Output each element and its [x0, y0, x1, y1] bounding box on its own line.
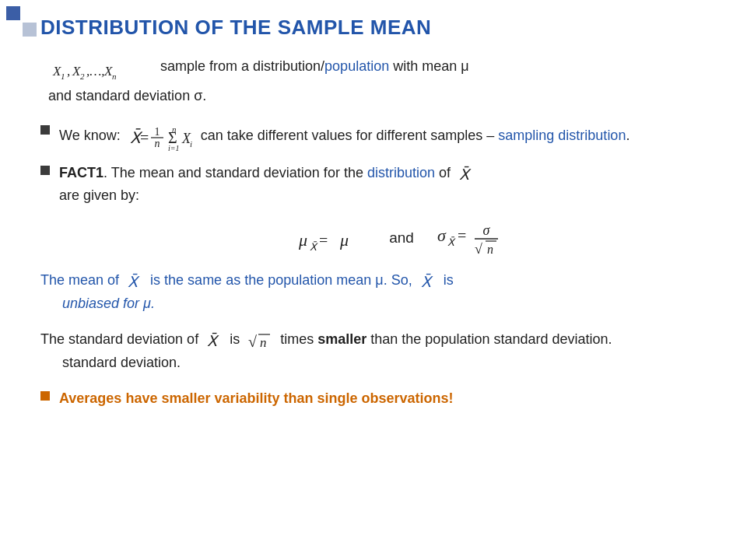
page-title: DISTRIBUTION OF THE SAMPLE MEAN: [40, 16, 724, 40]
std-note-text4: than the population standard deviation.: [370, 331, 612, 347]
fact1-text1: . The mean and standard deviation for th…: [103, 165, 363, 180]
fact1-distribution: distribution: [367, 165, 435, 180]
svg-text:=: =: [319, 232, 328, 249]
intro-and-std: and standard deviation σ.: [48, 88, 206, 103]
svg-text:X̄: X̄: [128, 273, 140, 290]
intro-line2: and standard deviation σ.: [48, 85, 724, 107]
sampling-dist-text: sampling distribution: [498, 128, 626, 143]
sqrt-n-inline: √ n: [247, 328, 273, 352]
svg-text:n: n: [112, 72, 117, 81]
bullet1-after-text: can take different values for different …: [201, 128, 630, 143]
std-formula: σ X̄ = σ √ n: [436, 218, 514, 258]
we-know-label: We know:: [59, 128, 121, 143]
x-sequence-formula: X 1 , X 2 ,…, X n: [51, 58, 153, 82]
svg-text:X̄: X̄: [459, 166, 472, 183]
bullet-icon-3: [40, 391, 50, 401]
deco-sq-4: [23, 23, 37, 37]
svg-text:X̄: X̄: [310, 241, 318, 253]
x-bar-mean-note: X̄: [126, 270, 143, 293]
svg-text:√: √: [248, 333, 257, 350]
std-note-continued: standard deviation.: [62, 355, 181, 370]
mean-note-text1: The mean of: [40, 272, 119, 288]
mean-formula: μ X̄ = μ: [297, 222, 367, 254]
x-bar-std-note: X̄: [205, 328, 223, 352]
unbiased-text: unbiased for μ.: [62, 296, 155, 311]
intro-line1: X 1 , X 2 ,…, X n sample from a distribu…: [48, 58, 724, 82]
fact1-formula-row: μ X̄ = μ and σ X̄ = σ: [87, 218, 724, 258]
last-bullet-text: Averages have smaller variability than s…: [59, 390, 454, 406]
std-note-text1: The standard deviation of: [40, 331, 198, 347]
x-bar-mean-note2: X̄: [419, 270, 437, 293]
svg-text:,: ,: [67, 64, 70, 79]
svg-text:2: 2: [80, 72, 85, 81]
std-note-text3: times: [280, 331, 314, 347]
intro-text1-span: sample from a distribution/: [160, 58, 324, 74]
bullet-we-know: We know: X̄ = 1 n Σ i=1 n X: [40, 121, 724, 151]
x-bar-inline-fact1: X̄: [458, 163, 475, 185]
svg-text:μ: μ: [339, 230, 349, 250]
decorative-squares: [6, 6, 37, 37]
svg-text:X̄: X̄: [421, 273, 433, 290]
fact1-section: FACT1. The mean and standard deviation f…: [40, 162, 724, 258]
deco-sq-1: [6, 6, 20, 20]
fact1-content: FACT1. The mean and standard deviation f…: [59, 162, 724, 207]
svg-text:=: =: [140, 129, 149, 146]
svg-text:i: i: [190, 139, 192, 149]
svg-text:√: √: [475, 241, 482, 257]
bullet-icon-1: [40, 125, 50, 135]
intro-text2-span: with mean μ: [389, 58, 468, 74]
deco-sq-2: [23, 6, 37, 20]
svg-text:1: 1: [61, 72, 65, 81]
population-word: population: [324, 58, 389, 74]
svg-text:=: =: [458, 227, 466, 244]
fact1-text2: of: [439, 165, 451, 180]
bullet-content-1: We know: X̄ = 1 n Σ i=1 n X: [59, 121, 724, 151]
std-note-bold: smaller: [317, 331, 366, 347]
svg-text:X̄: X̄: [447, 236, 456, 248]
intro-section: X 1 , X 2 ,…, X n sample from a distribu…: [40, 58, 724, 107]
svg-text:σ: σ: [437, 226, 447, 245]
bullet-last: Averages have smaller variability than s…: [40, 387, 724, 410]
std-note-section: The standard deviation of X̄ is √ n time…: [40, 328, 724, 375]
main-content: DISTRIBUTION OF THE SAMPLE MEAN X 1 , X …: [40, 16, 724, 421]
svg-text:i=1: i=1: [168, 144, 180, 151]
and-word: and: [389, 229, 414, 247]
bullet-fact1: FACT1. The mean and standard deviation f…: [40, 162, 724, 207]
fact1-text3: are given by:: [59, 187, 139, 203]
mean-note-text3: is: [444, 272, 454, 288]
fact1-bold: FACT1: [59, 165, 103, 180]
mean-note-section: The mean of X̄ is the same as the popula…: [40, 269, 724, 316]
svg-text:n: n: [487, 243, 493, 256]
last-bullet-content: Averages have smaller variability than s…: [59, 387, 724, 410]
svg-text:n: n: [172, 124, 177, 134]
svg-text:X̄: X̄: [207, 332, 219, 349]
svg-text:,…,: ,…,: [86, 64, 105, 79]
intro-text-1: sample from a distribution/population wi…: [160, 58, 469, 75]
deco-sq-3: [6, 23, 20, 37]
bullet-icon-2: [40, 166, 50, 175]
svg-text:1: 1: [154, 126, 160, 138]
std-note-text2: is: [230, 331, 240, 347]
svg-text:σ: σ: [482, 222, 490, 238]
svg-text:n: n: [154, 138, 160, 149]
mean-note-text2: is the same as the population mean μ. So…: [150, 272, 412, 288]
svg-text:μ: μ: [298, 230, 307, 250]
x-bar-formula-1: X̄ = 1 n Σ i=1 n X i: [128, 121, 194, 151]
svg-text:n: n: [260, 335, 267, 350]
